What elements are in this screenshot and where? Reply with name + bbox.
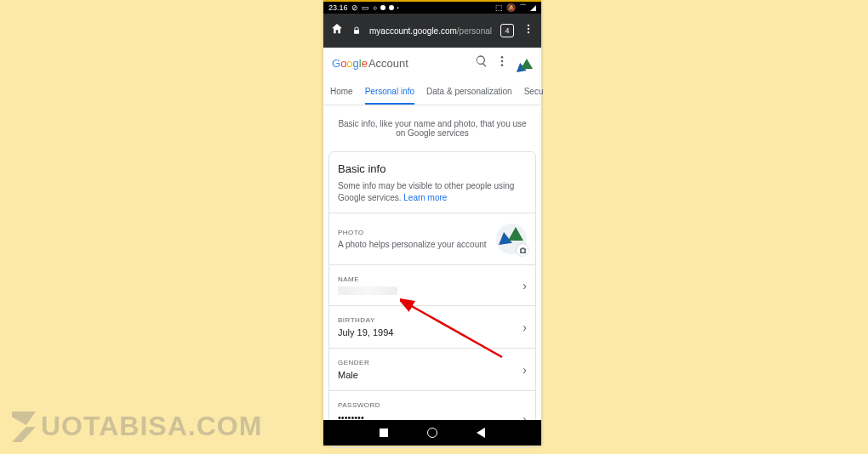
name-value-redacted — [338, 287, 397, 295]
row-label: NAME — [338, 275, 523, 283]
profile-photo[interactable] — [496, 224, 527, 254]
row-label: GENDER — [338, 359, 523, 366]
home-button[interactable] — [427, 428, 437, 438]
chevron-right-icon: › — [523, 363, 527, 377]
notif-dot-icon — [380, 5, 385, 10]
chevron-right-icon: › — [523, 321, 527, 334]
card-title: Basic info — [338, 162, 527, 175]
svg-point-5 — [501, 64, 504, 66]
back-button[interactable] — [477, 428, 485, 438]
hotspot-icon: ⌒ — [519, 3, 527, 14]
android-nav-bar — [323, 420, 541, 445]
learn-more-link[interactable]: Learn more — [403, 193, 447, 202]
gender-value: Male — [338, 370, 523, 380]
birthday-value: July 19, 1994 — [338, 327, 523, 338]
status-time: 23.16 — [328, 3, 348, 12]
vpn-icon: ⬚ — [495, 3, 503, 12]
row-label: PASSWORD — [338, 401, 523, 409]
camera-icon — [517, 244, 528, 256]
lock-icon — [352, 23, 361, 38]
row-birthday[interactable]: BIRTHDAY July 19, 1994 › — [329, 305, 535, 348]
cast-icon: ⟐ — [373, 3, 377, 12]
browser-menu-icon[interactable] — [523, 23, 534, 38]
tab-bar: Home Personal info Data & personalizatio… — [323, 78, 541, 105]
dnd-icon: ⊘ — [351, 3, 358, 12]
card-subtitle: Some info may be visible to other people… — [338, 180, 527, 204]
tab-count-button[interactable]: 4 — [500, 24, 514, 37]
chevron-right-icon: › — [523, 279, 527, 292]
signal-icon: ◢ — [530, 3, 536, 12]
google-logo: GoogleAccount — [332, 57, 408, 70]
browser-toolbar: myaccount.google.com/personal-inf 4 — [323, 14, 541, 48]
page-intro: Basic info, like your name and photo, th… — [323, 105, 541, 151]
recents-button[interactable] — [380, 428, 388, 437]
avatar[interactable] — [516, 54, 533, 71]
basic-info-card: Basic info Some info may be visible to o… — [328, 151, 536, 448]
svg-point-3 — [501, 56, 504, 59]
search-icon[interactable] — [475, 54, 488, 71]
row-help: A photo helps personalize your account — [338, 240, 496, 249]
phone-frame: 23.16 ⊘ ▭ ⟐ • ⬚ 🔕 ⌒ ◢ myaccount.google.c… — [323, 0, 541, 445]
row-gender[interactable]: GENDER Male › — [329, 348, 535, 390]
url-bar[interactable]: myaccount.google.com/personal-inf — [369, 26, 492, 36]
more-icon: • — [397, 5, 399, 10]
svg-point-4 — [501, 60, 504, 63]
watermark: UOTABISA.COM — [12, 411, 262, 442]
row-label: BIRTHDAY — [338, 316, 523, 324]
watermark-logo-icon — [12, 411, 37, 442]
android-status-bar: 23.16 ⊘ ▭ ⟐ • ⬚ 🔕 ⌒ ◢ — [323, 0, 541, 14]
tab-home[interactable]: Home — [330, 78, 353, 105]
mute-icon: 🔕 — [506, 3, 516, 12]
row-name[interactable]: NAME › — [329, 264, 535, 305]
yt-icon: ▭ — [362, 3, 369, 12]
row-label: PHOTO — [338, 229, 496, 236]
notif-dot-icon — [389, 5, 394, 10]
svg-point-1 — [528, 28, 529, 30]
tab-data-personalization[interactable]: Data & personalization — [426, 78, 512, 105]
svg-point-0 — [528, 25, 529, 26]
home-icon[interactable] — [330, 22, 344, 39]
row-photo[interactable]: PHOTO A photo helps personalize your acc… — [329, 213, 535, 264]
tab-security[interactable]: Secu — [524, 78, 544, 105]
app-header: GoogleAccount — [323, 48, 541, 78]
tab-personal-info[interactable]: Personal info — [365, 78, 414, 105]
app-menu-icon[interactable] — [495, 54, 509, 71]
svg-point-2 — [528, 31, 529, 33]
